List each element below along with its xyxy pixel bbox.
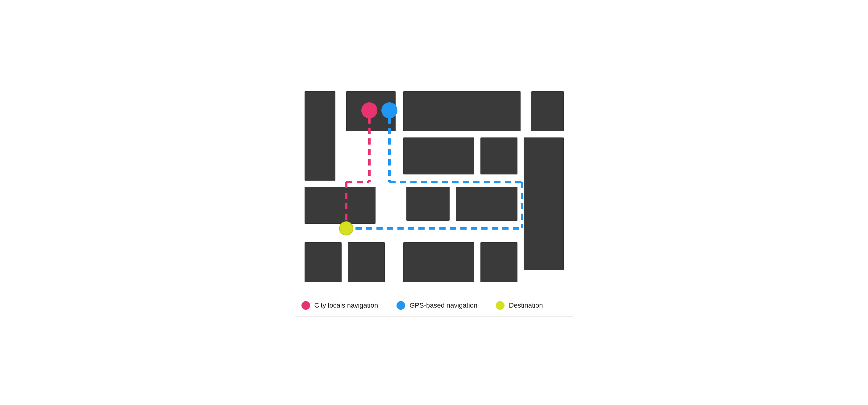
pink-dot [361,102,377,119]
blue-dot [381,102,397,119]
yellow-dot [339,222,353,235]
legend-item-city-locals: City locals navigation [302,301,378,310]
legend-dot-gps [397,301,405,310]
legend-item-destination: Destination [496,301,543,310]
building-8 [305,187,375,224]
building-5 [403,137,474,174]
diagram-wrapper: City locals navigation GPS-based navigat… [295,88,573,317]
building-6 [480,137,518,174]
building-10 [456,187,518,221]
legend: City locals navigation GPS-based navigat… [295,294,573,317]
building-14 [480,242,518,282]
page-container: City locals navigation GPS-based navigat… [0,0,868,405]
building-9 [406,187,450,221]
navigation-lines [302,88,567,292]
legend-item-gps: GPS-based navigation [397,301,477,310]
building-12 [348,242,385,282]
building-3 [403,91,521,131]
building-4 [531,91,564,131]
building-1 [305,91,335,180]
building-11 [305,242,342,282]
map-area [302,88,567,292]
legend-label-destination: Destination [509,301,543,309]
legend-dot-city-locals [302,301,310,310]
legend-dot-destination [496,301,504,310]
legend-label-city-locals: City locals navigation [314,301,378,309]
building-7 [524,137,564,270]
building-13 [403,242,474,282]
legend-label-gps: GPS-based navigation [409,301,477,309]
